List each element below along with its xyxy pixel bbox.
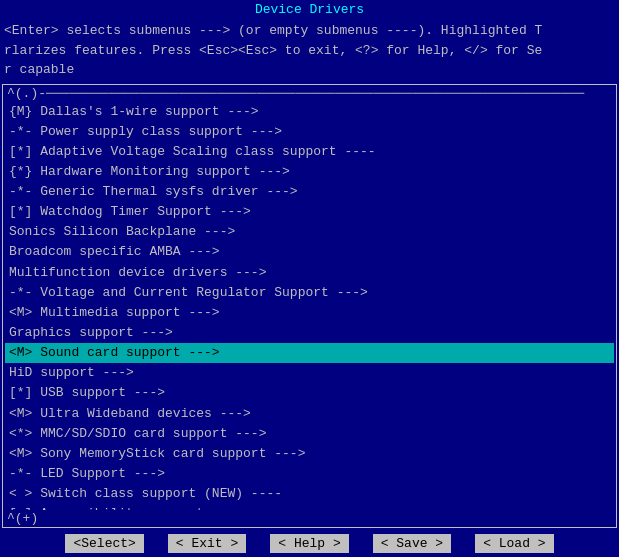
title: Device Drivers	[255, 2, 364, 17]
list-item[interactable]: -*- Power supply class support --->	[5, 122, 614, 142]
list-item[interactable]: -*- LED Support --->	[5, 464, 614, 484]
list-item[interactable]: <M> Sony MemoryStick card support --->	[5, 444, 614, 464]
load-button[interactable]: < Load >	[475, 534, 553, 553]
save-button[interactable]: < Save >	[373, 534, 451, 553]
bottom-border: ^(+)	[3, 510, 616, 527]
list-item[interactable]: Sonics Silicon Backplane --->	[5, 222, 614, 242]
list-item[interactable]: Graphics support --->	[5, 323, 614, 343]
list-item[interactable]: <*> MMC/SD/SDIO card support --->	[5, 424, 614, 444]
help-button[interactable]: < Help >	[270, 534, 348, 553]
header-line3: r capable	[4, 60, 615, 80]
exit-button[interactable]: < Exit >	[168, 534, 246, 553]
list-item[interactable]: <M> Multimedia support --->	[5, 303, 614, 323]
button-bar: <Select> < Exit > < Help > < Save > < Lo…	[0, 530, 619, 557]
list-item[interactable]: Multifunction device drivers --->	[5, 263, 614, 283]
top-border: ^(.)-───────────────────────────────────…	[3, 85, 616, 102]
list-item[interactable]: -*- Voltage and Current Regulator Suppor…	[5, 283, 614, 303]
list-item[interactable]: [*] USB support --->	[5, 383, 614, 403]
list-item[interactable]: [*] Watchdog Timer Support --->	[5, 202, 614, 222]
list-item[interactable]: [*] Adaptive Voltage Scaling class suppo…	[5, 142, 614, 162]
list-item[interactable]: <M> Ultra Wideband devices --->	[5, 404, 614, 424]
header-line2: rlarizes features. Press <Esc><Esc> to e…	[4, 41, 615, 61]
header-text: <Enter> selects submenus ---> (or empty …	[0, 19, 619, 82]
list-item[interactable]: HiD support --->	[5, 363, 614, 383]
header-line1: <Enter> selects submenus ---> (or empty …	[4, 21, 615, 41]
list-item[interactable]: {M} Dallas's 1-wire support --->	[5, 102, 614, 122]
title-bar: Device Drivers	[0, 0, 619, 19]
select-button[interactable]: <Select>	[65, 534, 143, 553]
list-item[interactable]: < > Switch class support (NEW) ----	[5, 484, 614, 504]
list-item[interactable]: -*- Generic Thermal sysfs driver --->	[5, 182, 614, 202]
main-area: ^(.)-───────────────────────────────────…	[2, 84, 617, 529]
list-item[interactable]: Broadcom specific AMBA --->	[5, 242, 614, 262]
list-item[interactable]: <M> Sound card support --->	[5, 343, 614, 363]
app: Device Drivers <Enter> selects submenus …	[0, 0, 619, 557]
list-area: {M} Dallas's 1-wire support ---> -*- Pow…	[3, 102, 616, 511]
list-item[interactable]: {*} Hardware Monitoring support --->	[5, 162, 614, 182]
